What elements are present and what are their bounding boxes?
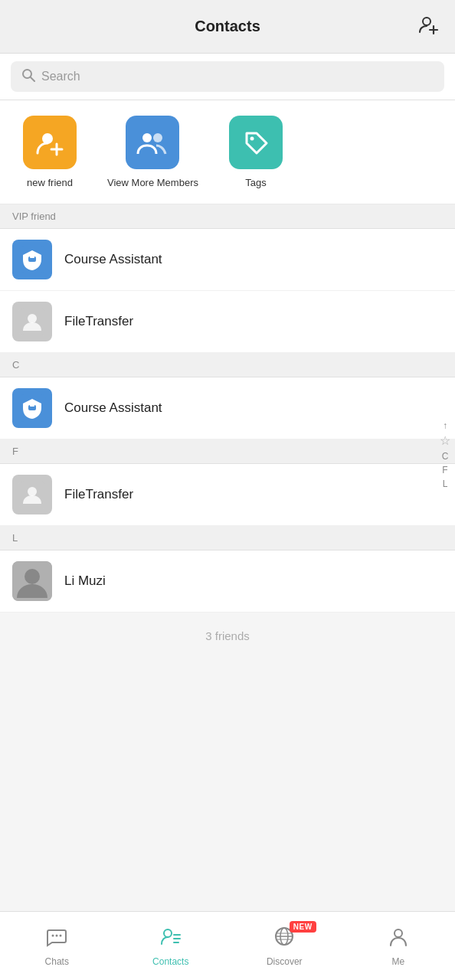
contact-item-li-muzi[interactable]: Li Muzi bbox=[0, 550, 455, 612]
section-label-l: L bbox=[0, 526, 455, 550]
contact-list-l: Li Muzi bbox=[0, 550, 455, 612]
tags-icon-box bbox=[229, 116, 283, 169]
new-friend-icon-box bbox=[23, 116, 77, 169]
search-input-wrapper[interactable]: Search bbox=[11, 61, 444, 92]
avatar-li-muzi bbox=[12, 561, 52, 601]
contact-item-course-assistant-vip[interactable]: Course Assistant bbox=[0, 229, 455, 291]
alpha-c[interactable]: C bbox=[442, 452, 449, 461]
svg-point-23 bbox=[52, 934, 54, 936]
contact-name-file-transfer-vip: FileTransfer bbox=[64, 314, 133, 329]
nav-item-chats[interactable]: Chats bbox=[0, 926, 114, 967]
quick-actions: new friend View More Members Tags bbox=[0, 100, 455, 204]
alpha-index-sidebar: ↑ ☆ C F L bbox=[440, 421, 450, 488]
vip-contact-list: Course Assistant FileTransfer bbox=[0, 229, 455, 353]
discover-new-badge: NEW bbox=[290, 921, 316, 933]
alpha-f[interactable]: F bbox=[442, 466, 447, 475]
section-label-f: F bbox=[0, 439, 455, 464]
chats-icon bbox=[46, 926, 67, 952]
quick-action-new-friend[interactable]: new friend bbox=[23, 116, 77, 188]
me-icon bbox=[388, 926, 409, 952]
new-friend-label: new friend bbox=[27, 177, 73, 188]
chats-label: Chats bbox=[45, 956, 69, 967]
nav-item-discover[interactable]: NEW Discover bbox=[228, 926, 342, 967]
contact-name-course-assistant-c: Course Assistant bbox=[64, 400, 162, 416]
svg-point-26 bbox=[164, 929, 172, 937]
contact-name-file-transfer-f: FileTransfer bbox=[64, 487, 133, 502]
contact-item-course-assistant-c[interactable]: Course Assistant bbox=[0, 377, 455, 439]
search-bar: Search bbox=[0, 54, 455, 100]
contact-list-c: Course Assistant bbox=[0, 377, 455, 439]
svg-rect-13 bbox=[30, 255, 34, 258]
view-more-members-label: View More Members bbox=[107, 177, 198, 188]
search-placeholder-text: Search bbox=[41, 70, 80, 83]
svg-point-10 bbox=[250, 137, 254, 141]
header: Contacts bbox=[0, 0, 455, 54]
quick-action-tags[interactable]: Tags bbox=[229, 116, 283, 188]
svg-point-25 bbox=[60, 934, 62, 936]
svg-point-0 bbox=[423, 18, 430, 25]
contacts-icon bbox=[160, 926, 182, 952]
nav-item-me[interactable]: Me bbox=[342, 926, 456, 967]
tags-label: Tags bbox=[245, 177, 266, 188]
page-title: Contacts bbox=[195, 18, 260, 35]
contact-name-course-assistant-vip: Course Assistant bbox=[64, 252, 162, 267]
nav-item-contacts[interactable]: Contacts bbox=[114, 926, 228, 967]
friends-count: 3 friends bbox=[0, 612, 455, 659]
discover-label: Discover bbox=[267, 956, 303, 967]
avatar-file-transfer-f bbox=[12, 475, 52, 514]
svg-point-8 bbox=[142, 133, 152, 142]
svg-line-4 bbox=[31, 77, 34, 81]
avatar-file-transfer-vip bbox=[12, 302, 52, 341]
section-label-c: C bbox=[0, 353, 455, 377]
svg-point-15 bbox=[28, 314, 37, 323]
me-label: Me bbox=[391, 956, 404, 967]
alpha-l[interactable]: L bbox=[443, 479, 448, 488]
contact-name-li-muzi: Li Muzi bbox=[64, 573, 106, 589]
contacts-label: Contacts bbox=[152, 956, 188, 967]
avatar-course-assistant-c bbox=[12, 388, 52, 428]
discover-wrap: NEW Discover bbox=[267, 926, 303, 967]
svg-point-35 bbox=[394, 929, 402, 937]
vip-section-label: VIP friend bbox=[0, 204, 455, 229]
svg-point-24 bbox=[56, 934, 58, 936]
contact-item-file-transfer-vip[interactable]: FileTransfer bbox=[0, 291, 455, 353]
svg-point-9 bbox=[153, 133, 162, 142]
alpha-star[interactable]: ☆ bbox=[440, 435, 450, 447]
quick-action-view-more-members[interactable]: View More Members bbox=[107, 116, 198, 188]
bottom-nav: Chats Contacts bbox=[0, 911, 455, 980]
alpha-up-arrow[interactable]: ↑ bbox=[443, 421, 447, 430]
search-icon bbox=[21, 68, 35, 85]
svg-rect-18 bbox=[30, 403, 34, 407]
add-contact-icon[interactable] bbox=[418, 14, 440, 40]
svg-point-22 bbox=[25, 569, 40, 584]
view-more-members-icon-box bbox=[126, 116, 179, 169]
svg-point-20 bbox=[28, 487, 37, 496]
contact-list-f: FileTransfer bbox=[0, 464, 455, 526]
avatar-course-assistant-vip bbox=[12, 240, 52, 279]
contact-item-file-transfer-f[interactable]: FileTransfer bbox=[0, 464, 455, 526]
